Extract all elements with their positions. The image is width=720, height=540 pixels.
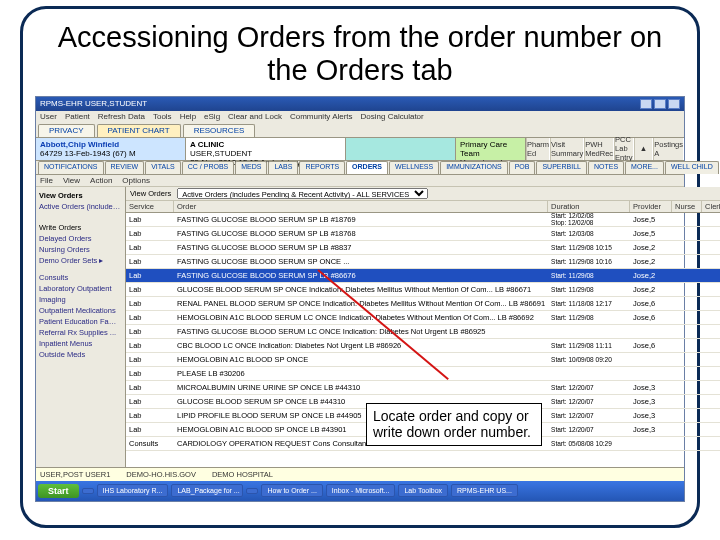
grid-area: View Orders Active Orders (includes ... …: [36, 187, 684, 467]
btn-pharm-ed[interactable]: Pharm Ed: [526, 138, 550, 160]
table-row[interactable]: LabFASTING GLUCOSE BLOOD SERUM SP LB #86…: [126, 269, 720, 283]
menu-tools[interactable]: Tools: [153, 112, 172, 121]
task-5[interactable]: How to Order ...: [261, 484, 322, 497]
side-active[interactable]: Active Orders (includes ...: [39, 202, 122, 211]
primary-care-box[interactable]: Primary Care Team Unassigned: [456, 138, 526, 160]
th-clerk[interactable]: Clerk: [702, 201, 720, 212]
view-selector-row: View Orders Active Orders (includes Pend…: [126, 187, 720, 201]
start-button[interactable]: Start: [38, 484, 79, 498]
ctab-superbill[interactable]: SUPERBILL: [536, 161, 587, 174]
patient-box[interactable]: Abbott,Chip Winfield 64729 13-Feb-1943 (…: [36, 138, 186, 160]
th-duration[interactable]: Duration: [548, 201, 630, 212]
ctab-notes[interactable]: NOTES: [588, 161, 624, 174]
table-row[interactable]: LabCBC BLOOD LC ONCE Indication: Diabete…: [126, 339, 720, 353]
patient-detail: 64729 13-Feb-1943 (67) M: [40, 149, 181, 158]
ctab-vitals[interactable]: VITALS: [145, 161, 181, 174]
th-nurse[interactable]: Nurse: [672, 201, 702, 212]
ctab-review[interactable]: REVIEW: [105, 161, 145, 174]
ctab-wellness[interactable]: WELLNESS: [389, 161, 439, 174]
submenu-view[interactable]: View: [63, 176, 80, 185]
minimize-button[interactable]: [640, 99, 652, 109]
menu-clear[interactable]: Clear and Lock: [228, 112, 282, 121]
tab-privacy[interactable]: PRIVACY: [38, 124, 95, 137]
submenu-file[interactable]: File: [40, 176, 53, 185]
patient-info-bar: Abbott,Chip Winfield 64729 13-Feb-1943 (…: [36, 137, 684, 161]
th-order[interactable]: Order: [174, 201, 548, 212]
table-row[interactable]: LabFASTING GLUCOSE BLOOD SERUM SP LB #88…: [126, 241, 720, 255]
table-row[interactable]: LabMICROALBUMIN URINE URINE SP ONCE LB #…: [126, 381, 720, 395]
btn-visit-summary[interactable]: Visit Summary: [550, 138, 584, 160]
visit-box[interactable]: A CLINIC USER,STUDENT 29-Nov-2010 15:15 …: [186, 138, 346, 160]
side-outp-meds[interactable]: Outpatient Medications: [39, 306, 122, 315]
table-row[interactable]: LabPLEASE LB #30206: [126, 367, 720, 381]
ctab-immunizations[interactable]: IMMUNIZATIONS: [440, 161, 507, 174]
menu-refresh[interactable]: Refresh Data: [98, 112, 145, 121]
task-1[interactable]: [82, 488, 94, 494]
table-row[interactable]: LabRENAL PANEL BLOOD SERUM SP ONCE Indic…: [126, 297, 720, 311]
ctab-more[interactable]: MORE...: [625, 161, 664, 174]
grid-header: Service Order Duration Provider Nurse Cl…: [126, 201, 720, 213]
menu-user[interactable]: User: [40, 112, 57, 121]
ctab-meds[interactable]: MEDS: [235, 161, 267, 174]
menu-bar[interactable]: User Patient Refresh Data Tools Help eSi…: [36, 111, 684, 123]
side-lab-outp[interactable]: Laboratory Outpatient: [39, 284, 122, 293]
btn-pcc-lab-entry[interactable]: PCC Lab Entry: [614, 138, 634, 160]
table-row[interactable]: LabFASTING GLUCOSE BLOOD SERUM SP LB #18…: [126, 213, 720, 227]
task-7[interactable]: Lab Toolbox: [398, 484, 448, 497]
side-ref-rx[interactable]: Referral Rx Supplies ...: [39, 328, 122, 337]
clinic-name: A CLINIC: [190, 140, 341, 149]
table-row[interactable]: LabFASTING GLUCOSE BLOOD SERUM SP LB #18…: [126, 227, 720, 241]
user-line: USER,STUDENT: [190, 149, 341, 158]
window-titlebar: RPMS-EHR USER,STUDENT: [36, 97, 684, 111]
side-delayed[interactable]: Delayed Orders: [39, 234, 122, 243]
task-4[interactable]: [246, 488, 258, 494]
table-row[interactable]: LabFASTING GLUCOSE BLOOD SERUM SP ONCE .…: [126, 255, 720, 269]
windows-taskbar: Start IHS Laboratory R... LAB_Package fo…: [36, 481, 684, 501]
side-inp-menus[interactable]: Inpatient Menus: [39, 339, 122, 348]
ctab-cc-probs[interactable]: CC / PROBS: [182, 161, 234, 174]
ctab-notifications[interactable]: NOTIFICATIONS: [38, 161, 104, 174]
close-button[interactable]: [668, 99, 680, 109]
side-pt-ed[interactable]: Patient Education Family ...: [39, 317, 122, 326]
menu-dosing[interactable]: Dosing Calculator: [361, 112, 424, 121]
menu-patient[interactable]: Patient: [65, 112, 90, 121]
window-title: RPMS-EHR USER,STUDENT: [40, 99, 147, 108]
status-site: DEMO HOSPITAL: [212, 470, 273, 479]
th-service[interactable]: Service: [126, 201, 174, 212]
table-row[interactable]: LabHEMOGLOBIN A1C BLOOD SERUM LC ONCE In…: [126, 311, 720, 325]
menu-help[interactable]: Help: [180, 112, 196, 121]
side-nursing[interactable]: Nursing Orders: [39, 245, 122, 254]
ctab-pob[interactable]: POB: [509, 161, 536, 174]
submenu-action[interactable]: Action: [90, 176, 112, 185]
patient-name: Abbott,Chip Winfield: [40, 140, 181, 149]
pharm-ed-box[interactable]: [346, 138, 456, 160]
ctab-orders[interactable]: ORDERS: [346, 161, 388, 174]
task-6[interactable]: Inbox - Microsoft...: [326, 484, 396, 497]
ctab-reports[interactable]: REPORTS: [299, 161, 345, 174]
side-outside-meds[interactable]: Outside Meds: [39, 350, 122, 359]
side-demo-order[interactable]: Demo Order Sets ▸: [39, 256, 122, 265]
write-orders-sidebar: View Orders Active Orders (includes ... …: [36, 187, 126, 467]
tab-resources[interactable]: RESOURCES: [183, 124, 256, 137]
status-host: DEMO-HO.HIS.GOV: [126, 470, 196, 479]
tab-patient-chart[interactable]: PATIENT CHART: [97, 124, 181, 137]
view-dropdown[interactable]: Active Orders (includes Pending & Recent…: [177, 188, 428, 199]
btn-flag[interactable]: ▲: [634, 138, 654, 160]
maximize-button[interactable]: [654, 99, 666, 109]
side-consults[interactable]: Consults: [39, 273, 122, 282]
table-row[interactable]: LabGLUCOSE BLOOD SERUM SP ONCE Indicatio…: [126, 283, 720, 297]
orders-submenu: File View Action Options: [36, 175, 684, 187]
task-2[interactable]: IHS Laboratory R...: [97, 484, 169, 497]
task-3[interactable]: LAB_Package for ...: [171, 484, 243, 497]
btn-postings[interactable]: Postings A: [653, 138, 684, 160]
ctab-well-child[interactable]: WELL CHILD: [665, 161, 719, 174]
submenu-options[interactable]: Options: [122, 176, 150, 185]
menu-esig[interactable]: eSig: [204, 112, 220, 121]
btn-pwh-medrec[interactable]: PWH MedRec: [584, 138, 614, 160]
ctab-labs[interactable]: LABS: [268, 161, 298, 174]
menu-community[interactable]: Community Alerts: [290, 112, 353, 121]
side-imaging[interactable]: Imaging: [39, 295, 122, 304]
th-provider[interactable]: Provider: [630, 201, 672, 212]
table-row[interactable]: LabFASTING GLUCOSE BLOOD SERUM LC ONCE I…: [126, 325, 720, 339]
task-8[interactable]: RPMS-EHR US...: [451, 484, 518, 497]
